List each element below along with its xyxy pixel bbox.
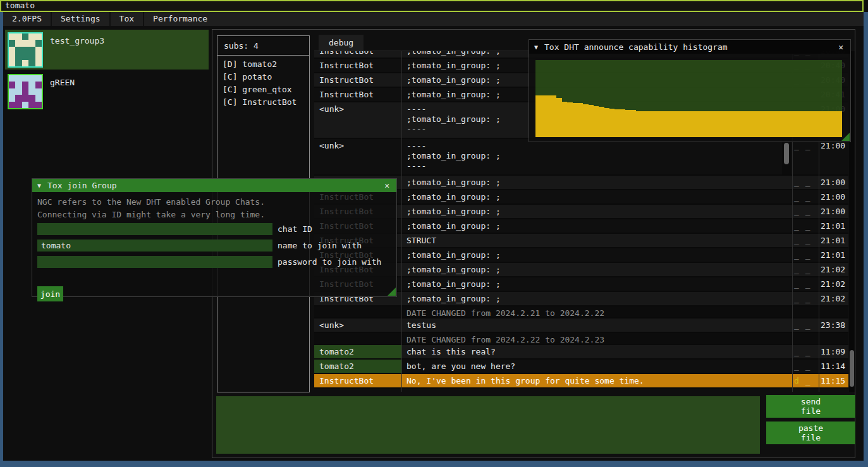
group-name: gREEN — [50, 78, 75, 87]
member-list-item[interactable]: [C] InstructBot — [217, 96, 309, 109]
menu-item-settings[interactable]: Settings — [52, 12, 109, 26]
delivery-markers: d _ — [794, 374, 818, 386]
sender-name: InstructBot — [314, 88, 401, 101]
join-window-titlebar[interactable]: ▼ Tox join Group ✕ — [32, 179, 396, 192]
sidebar-item-test-group3[interactable]: test_group3 — [5, 30, 209, 70]
fps-indicator: 2.0FPS — [3, 12, 51, 26]
delivery-markers: _ _ — [794, 292, 818, 304]
sender-name: tomato2 — [314, 360, 401, 373]
message-text: ;tomato_in_group: ; — [403, 219, 791, 231]
histogram-window-titlebar[interactable]: ▼ Tox DHT announce capability histogram … — [529, 40, 850, 54]
message-text: ;tomato_in_group: ; — [403, 205, 791, 217]
message-text: ;tomato_in_group: ; — [403, 263, 791, 275]
join-password-input[interactable] — [37, 256, 272, 268]
chat-scrollbar-thumb[interactable] — [850, 350, 854, 387]
tab-debug[interactable]: debug — [319, 35, 364, 51]
date-changed-text: DATE CHANGED from 2024.2.22 to 2024.2.23 — [403, 333, 791, 345]
resize-grip[interactable] — [388, 288, 396, 296]
column-divider — [401, 51, 402, 392]
join-hint-line1: NGC refers to the New DHT enabled Group … — [37, 197, 265, 207]
member-list-item[interactable]: [D] tomato2 — [217, 58, 309, 71]
send-file-button[interactable]: send file — [766, 395, 855, 418]
date-changed-text: DATE CHANGED from 2024.2.21 to 2024.2.22 — [403, 306, 791, 318]
member-list: [D] tomato2[C] potato[C] green_qtox[C] I… — [217, 58, 309, 109]
timestamp: 11:14 — [821, 360, 848, 372]
timestamp: 21:02 — [821, 292, 848, 304]
timestamp: 21:00 — [821, 205, 848, 217]
join-name-label: name to join with — [278, 241, 362, 250]
collapse-arrow-icon[interactable]: ▼ — [534, 44, 538, 51]
member-list-item[interactable]: [C] green_qtox — [217, 83, 309, 96]
message-input[interactable] — [216, 396, 760, 454]
message-text: bot, are you new here? — [403, 360, 791, 372]
date-divider-row[interactable]: DATE CHANGED from 2024.2.21 to 2024.2.22 — [314, 306, 848, 318]
menu-item-performance[interactable]: Performance — [144, 12, 216, 26]
sender-name: InstructBot — [314, 51, 401, 58]
message-text: ;tomato_in_group: ; — [403, 248, 791, 260]
delivery-markers: _ _ — [794, 190, 818, 202]
timestamp: 21:02 — [821, 277, 848, 289]
join-name-input[interactable] — [37, 240, 272, 252]
window-frame-bottom — [0, 461, 868, 467]
delivery-markers: _ _ — [794, 219, 818, 231]
chat-message-row[interactable]: tomato2bot, are you new here?_ _11:14 — [314, 360, 848, 374]
timestamp: 21:00 — [821, 176, 848, 188]
os-titlebar[interactable]: tomato — [0, 0, 864, 12]
resize-grip[interactable] — [841, 133, 850, 141]
group-name: test_group3 — [50, 36, 104, 45]
sender-name: InstructBot — [314, 374, 401, 387]
message-text: chat is this real? — [403, 345, 791, 357]
timestamp: 23:38 — [821, 318, 848, 331]
chat-message-row[interactable]: InstructBotNo, I've been in this group f… — [314, 374, 848, 389]
delivery-markers: _ _ — [794, 176, 818, 188]
histogram-plot — [535, 60, 842, 137]
histogram-window-title: Tox DHT announce capability histogram — [544, 42, 728, 52]
paste-file-button[interactable]: paste file — [766, 422, 855, 444]
chat-message-row[interactable]: <unk>---- ;tomato_in_group: ; ----_ _21:… — [314, 139, 848, 176]
message-cell-scrollbar-thumb[interactable] — [784, 143, 789, 164]
delivery-markers: _ _ — [794, 205, 818, 217]
subs-count-label: subs: 4 — [217, 36, 309, 51]
message-text: testus — [403, 318, 791, 331]
delivery-markers: _ _ — [794, 360, 818, 372]
message-text: ;tomato_in_group: ; — [403, 277, 791, 289]
chat-id-input[interactable] — [37, 223, 272, 235]
sender-name: <unk> — [314, 102, 401, 138]
chat-message-row[interactable]: tomato2chat is this real?_ _11:09 — [314, 345, 848, 360]
join-password-label: password to join with — [278, 257, 381, 267]
delivery-markers: _ _ — [794, 234, 818, 246]
close-icon[interactable]: ✕ — [836, 42, 845, 52]
message-cell-scrollbar[interactable] — [782, 139, 791, 174]
join-button[interactable]: join — [37, 286, 63, 301]
join-window-body: NGC refers to the New DHT enabled Group … — [32, 192, 396, 296]
sender-name: <unk> — [314, 139, 401, 174]
menubar: 2.0FPS SettingsToxPerformance — [3, 12, 864, 26]
chat-message-row[interactable]: <unk>testus_ _23:38 — [314, 318, 848, 333]
histogram-window: ▼ Tox DHT announce capability histogram … — [529, 39, 851, 142]
sender-name: <unk> — [314, 318, 401, 332]
sender-name: InstructBot — [314, 59, 401, 72]
join-group-window: ▼ Tox join Group ✕ NGC refers to the New… — [32, 178, 397, 297]
timestamp: 11:09 — [821, 345, 848, 357]
date-divider-row[interactable]: DATE CHANGED from 2024.2.22 to 2024.2.23 — [314, 333, 848, 345]
timestamp: 21:00 — [821, 190, 848, 202]
window-title: tomato — [5, 1, 35, 10]
timestamp: 21:01 — [821, 219, 848, 231]
window-frame-right — [864, 12, 868, 461]
message-text: ;tomato_in_group: ; — [403, 176, 791, 188]
delivery-markers: _ _ — [794, 318, 818, 331]
member-list-item[interactable]: [C] potato — [217, 71, 309, 83]
delivery-markers: _ _ — [794, 277, 818, 289]
message-text: STRUCT — [403, 234, 791, 246]
sender-name: tomato2 — [314, 345, 401, 358]
collapse-arrow-icon[interactable]: ▼ — [37, 182, 41, 189]
sidebar-item-green[interactable]: gREEN — [5, 71, 209, 109]
histogram-window-body — [529, 54, 850, 142]
message-text: ;tomato_in_group: ; — [403, 190, 791, 202]
group-avatar — [8, 74, 43, 109]
close-icon[interactable]: ✕ — [382, 181, 391, 190]
menu-item-tox[interactable]: Tox — [111, 12, 143, 26]
join-hint-line2: Connecting via ID might take a very long… — [37, 210, 265, 219]
message-text: ---- ;tomato_in_group: ; ---- — [403, 139, 791, 171]
delivery-markers: _ _ — [794, 345, 818, 357]
